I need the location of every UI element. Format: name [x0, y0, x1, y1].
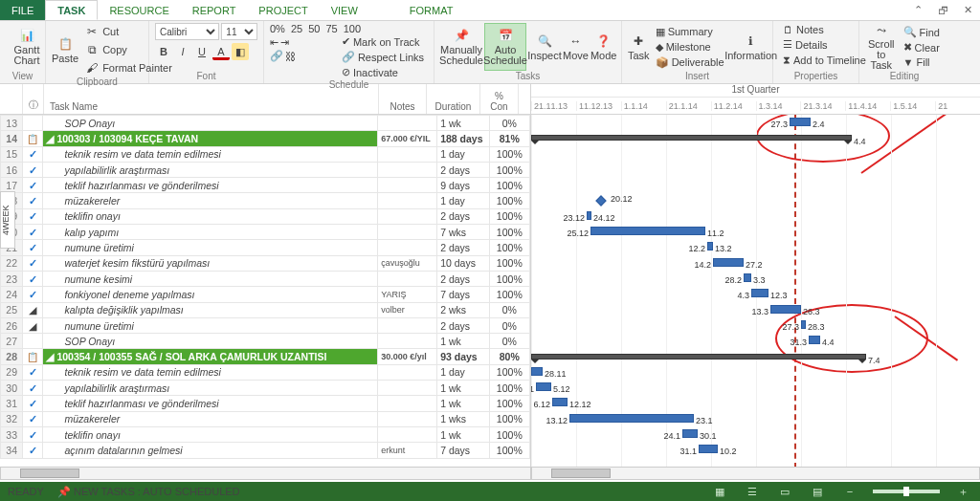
- col-notes[interactable]: Notes: [379, 84, 427, 114]
- task-name-cell[interactable]: SOP Onayı: [43, 334, 378, 349]
- zoom-out-button[interactable]: −: [840, 486, 859, 497]
- unlink-button[interactable]: ⛓: [285, 51, 296, 62]
- view-shortcut-2[interactable]: ☰: [743, 486, 762, 498]
- complete-cell[interactable]: 100%: [489, 162, 529, 177]
- task-name-cell[interactable]: teknik resim ve data temin edilmesi: [43, 146, 378, 162]
- milestone-button[interactable]: ◆Milestone: [652, 40, 728, 54]
- fill-button[interactable]: ▼Fill: [900, 55, 944, 69]
- complete-cell[interactable]: 100%: [489, 225, 529, 240]
- notes-cell[interactable]: [378, 317, 437, 333]
- task-row[interactable]: 25kalıpta değişiklik yapılmasıvolber2 wk…: [1, 302, 530, 317]
- complete-cell[interactable]: 100%: [489, 364, 529, 380]
- window-close-icon[interactable]: ✕: [955, 0, 980, 20]
- task-name-cell[interactable]: müzakereler: [43, 193, 378, 208]
- timescale-dates[interactable]: 21.11.1311.12.131.1.1421.1.1411.2.141.3.…: [531, 98, 980, 115]
- insert-task-button[interactable]: ✚Task: [628, 23, 650, 71]
- notes-cell[interactable]: [378, 381, 437, 396]
- task-name-cell[interactable]: numune kesimi: [43, 271, 378, 286]
- gantt-bar[interactable]: .117.4: [531, 354, 866, 359]
- mark-on-track-button[interactable]: ✔Mark on Track: [338, 34, 428, 49]
- complete-cell[interactable]: 80%: [489, 349, 529, 364]
- respect-links-button[interactable]: 🔗Respect Links: [338, 50, 428, 64]
- pct0-button[interactable]: 0%: [270, 23, 285, 34]
- task-row[interactable]: 15teknik resim ve data temin edilmesi1 d…: [1, 146, 530, 162]
- duration-cell[interactable]: 1 wk: [437, 116, 489, 131]
- complete-cell[interactable]: 0%: [489, 302, 529, 317]
- notes-cell[interactable]: [378, 146, 437, 162]
- view-shortcut-3[interactable]: ▭: [775, 486, 794, 498]
- task-grid[interactable]: 13SOP Onayı1 wk0%14◢ 100303 / 103094 KEÇ…: [0, 115, 530, 459]
- task-row[interactable]: 22waterjet kesim fikstürü yapılmasıçavuş…: [1, 255, 530, 271]
- auto-schedule-button[interactable]: 📅Auto Schedule: [484, 23, 526, 71]
- notes-cell[interactable]: [378, 334, 437, 349]
- task-row[interactable]: 34açınım datalarının gelmesierkunt7 days…: [1, 443, 530, 458]
- complete-cell[interactable]: 0%: [489, 116, 529, 131]
- notes-cell[interactable]: [378, 225, 437, 240]
- task-name-cell[interactable]: fonkiyonel deneme yapılması: [43, 287, 378, 302]
- find-button[interactable]: 🔍Find: [900, 25, 944, 39]
- duration-cell[interactable]: 1 day: [437, 193, 489, 208]
- duration-cell[interactable]: 1 day: [437, 364, 489, 380]
- complete-cell[interactable]: 0%: [489, 334, 529, 349]
- paste-button[interactable]: 📋Paste: [52, 26, 78, 74]
- underline-button[interactable]: U: [193, 43, 211, 60]
- tab-project[interactable]: PROJECT: [247, 0, 319, 20]
- notes-cell[interactable]: [378, 116, 437, 131]
- gantt-bar[interactable]: 28.23.3: [744, 273, 751, 282]
- notes-cell[interactable]: [378, 240, 437, 255]
- notes-cell[interactable]: [378, 426, 437, 442]
- summary-button[interactable]: ▦Summary: [652, 25, 728, 39]
- notes-cell[interactable]: 67.000 €/YIL: [378, 131, 437, 146]
- font-color-button[interactable]: A: [212, 43, 230, 60]
- gantt-chart-area[interactable]: 27.32.44.420.1223.1224.1225.1211.212.213…: [531, 115, 980, 478]
- col-duration[interactable]: Duration: [427, 84, 480, 114]
- duration-cell[interactable]: 1 day: [437, 146, 489, 162]
- task-row[interactable]: 13SOP Onayı1 wk0%: [1, 116, 530, 131]
- link-button[interactable]: 🔗: [270, 50, 283, 62]
- font-name-select[interactable]: Calibri: [155, 23, 219, 40]
- gantt-bar[interactable]: 12.213.2: [707, 242, 713, 250]
- notes-cell[interactable]: [378, 411, 437, 426]
- task-row[interactable]: 30yapılabilirlik araştırması1 wk100%: [1, 381, 530, 396]
- notes-cell[interactable]: [378, 271, 437, 286]
- complete-cell[interactable]: 100%: [489, 255, 529, 271]
- pct100-button[interactable]: 100: [344, 23, 361, 34]
- gantt-bar[interactable]: 23.1224.12: [587, 211, 591, 220]
- inspect-button[interactable]: 🔍Inspect: [528, 23, 561, 71]
- col-complete[interactable]: % Con: [480, 84, 519, 114]
- task-name-cell[interactable]: yapılabilirlik araştırması: [43, 162, 378, 177]
- gantt-bar[interactable]: 31.110.2: [699, 445, 718, 453]
- duration-cell[interactable]: 1 wk: [437, 334, 489, 349]
- gantt-bar[interactable]: 31.34.4: [809, 336, 820, 344]
- view-shortcut-4[interactable]: ▤: [808, 486, 827, 498]
- notes-cell[interactable]: [378, 396, 437, 411]
- gantt-bar[interactable]: 27.32.4: [790, 118, 811, 126]
- task-row[interactable]: 23numune kesimi2 days100%: [1, 271, 530, 286]
- task-row[interactable]: 24fonkiyonel deneme yapılmasıYARIŞ7 days…: [1, 287, 530, 302]
- gantt-bar[interactable]: 4.312.3: [751, 289, 768, 297]
- task-row[interactable]: 14◢ 100303 / 103094 KEÇE TAVAN67.000 €/Y…: [1, 131, 530, 146]
- zoom-slider[interactable]: [873, 490, 940, 493]
- duration-cell[interactable]: 2 days: [437, 162, 489, 177]
- task-name-cell[interactable]: açınım datalarının gelmesi: [43, 443, 378, 458]
- mode-button[interactable]: ❓Mode: [590, 23, 617, 71]
- task-row[interactable]: 32müzakereler1 wks100%: [1, 411, 530, 426]
- duration-cell[interactable]: 7 days: [437, 287, 489, 302]
- notes-cell[interactable]: [378, 193, 437, 208]
- zoom-in-button[interactable]: ＋: [953, 485, 972, 499]
- task-name-cell[interactable]: waterjet kesim fikstürü yapılması: [43, 255, 378, 271]
- task-row[interactable]: 16yapılabilirlik araştırması2 days100%: [1, 162, 530, 177]
- complete-cell[interactable]: 0%: [489, 317, 529, 333]
- complete-cell[interactable]: 100%: [489, 443, 529, 458]
- task-row[interactable]: 33teklifin onayı1 wk100%: [1, 426, 530, 442]
- task-row[interactable]: 27SOP Onayı1 wk0%: [1, 334, 530, 349]
- task-name-cell[interactable]: SOP Onayı: [43, 116, 378, 131]
- gantt-bar[interactable]: 14.227.2: [713, 258, 744, 267]
- task-name-cell[interactable]: teklifin onayı: [43, 208, 378, 224]
- tab-file[interactable]: FILE: [0, 0, 45, 20]
- task-name-cell[interactable]: teklif hazırlanması ve gönderilmesi: [43, 178, 378, 193]
- information-button[interactable]: ℹInformation: [730, 23, 772, 71]
- tab-task[interactable]: TASK: [45, 0, 98, 20]
- notes-cell[interactable]: [378, 364, 437, 380]
- clear-button[interactable]: ✖Clear: [900, 40, 944, 54]
